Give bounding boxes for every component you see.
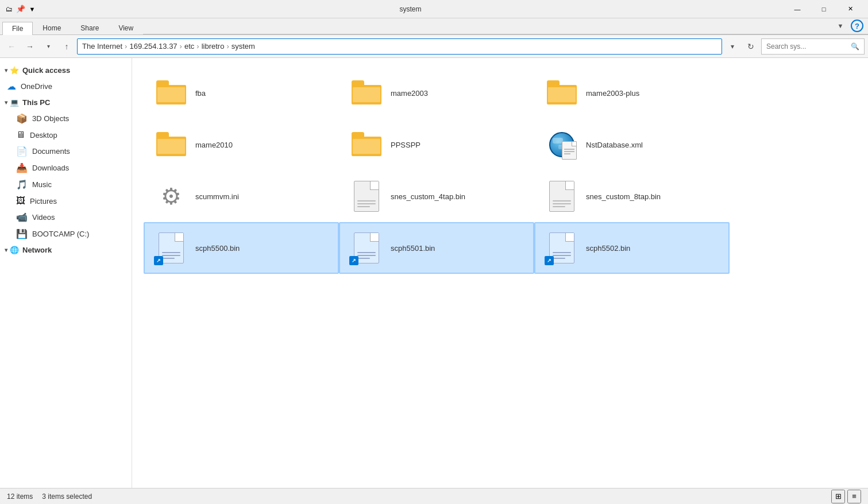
ini-icon-scummvm: ⚙ <box>154 179 188 214</box>
file-name-scph5501: scph5501.bin <box>391 244 435 253</box>
sidebar-item-documents[interactable]: 📄 Documents <box>0 143 132 160</box>
sidebar-item-onedrive[interactable]: ☁ OneDrive <box>0 78 132 95</box>
up-button[interactable]: ↑ <box>59 38 75 55</box>
file-item-mame2010[interactable]: mame2010 <box>144 119 339 170</box>
app-icon: 🗂 <box>5 5 14 14</box>
file-item-snes4[interactable]: snes_custom_4tap.bin <box>339 170 534 222</box>
drive-bootcamp-icon: 💾 <box>16 228 28 239</box>
file-item-nstdatabase[interactable]: NstDatabase.xml <box>534 119 730 170</box>
quick-access-icon[interactable]: ▼ <box>28 5 37 14</box>
breadcrumb-libretro[interactable]: libretro <box>202 42 225 51</box>
sidebar-item-downloads[interactable]: 📥 Downloads <box>0 160 132 176</box>
address-chevron-button[interactable]: ▾ <box>724 38 740 55</box>
file-item-fba[interactable]: fba <box>144 67 339 119</box>
grid-view-button[interactable]: ⊞ <box>831 490 845 503</box>
file-name-scph5500: scph5500.bin <box>195 244 240 253</box>
window-title: system <box>37 5 784 13</box>
title-bar-icons: 🗂 📌 ▼ <box>5 5 37 14</box>
folder-desktop-icon: 🖥 <box>16 130 25 140</box>
sidebar-item-desktop[interactable]: 🖥 Desktop <box>0 127 132 143</box>
file-item-scph5500[interactable]: ↗ scph5500.bin <box>144 222 339 274</box>
pin-icon[interactable]: 📌 <box>16 5 25 14</box>
sidebar-label-downloads: Downloads <box>32 164 69 172</box>
sidebar: ▾ ⭐ Quick access ☁ OneDrive ▾ 💻 This PC … <box>0 58 132 488</box>
file-item-mame2003[interactable]: mame2003 <box>339 67 534 119</box>
address-bar[interactable]: The Internet › 169.254.13.37 › etc › lib… <box>77 38 722 55</box>
tab-home[interactable]: Home <box>33 21 71 34</box>
breadcrumb-etc[interactable]: etc <box>184 42 194 51</box>
file-name-scummvm: scummvm.ini <box>195 192 239 201</box>
sidebar-label-this-pc: This PC <box>22 98 50 107</box>
items-count: 12 items <box>7 493 33 501</box>
sidebar-item-videos[interactable]: 📹 Videos <box>0 209 132 226</box>
close-button[interactable]: ✕ <box>837 0 863 18</box>
folder-videos-icon: 📹 <box>16 212 28 223</box>
folder-icon-mame2010 <box>154 127 188 162</box>
file-item-ppsspp[interactable]: PPSSPP <box>339 119 534 170</box>
folder-icon-ppsspp <box>349 127 384 162</box>
file-name-ppsspp: PPSSPP <box>391 141 421 149</box>
maximize-button[interactable]: □ <box>811 0 837 18</box>
ribbon-chevron-down[interactable]: ▼ <box>832 18 848 34</box>
address-row: ← → ▾ ↑ The Internet › 169.254.13.37 › e… <box>0 35 868 58</box>
tab-file[interactable]: File <box>2 22 33 35</box>
file-name-snes4: snes_custom_4tap.bin <box>391 192 465 201</box>
sidebar-item-3d-objects[interactable]: 📦 3D Objects <box>0 110 132 127</box>
status-bar-right: ⊞ ≡ <box>831 490 861 503</box>
sidebar-section-network[interactable]: ▾ 🌐 Network <box>0 242 132 258</box>
sidebar-item-music[interactable]: 🎵 Music <box>0 176 132 193</box>
onedrive-icon: ☁ <box>7 81 16 92</box>
sidebar-label-pictures: Pictures <box>30 197 57 206</box>
folder-music-icon: 🎵 <box>16 179 28 190</box>
folder-downloads-icon: 📥 <box>16 162 28 173</box>
search-input[interactable] <box>766 42 841 51</box>
file-name-mame2003: mame2003 <box>391 89 428 98</box>
file-item-scummvm[interactable]: ⚙ scummvm.ini <box>144 170 339 222</box>
sidebar-label-quick-access: Quick access <box>22 66 70 75</box>
title-bar: 🗂 📌 ▼ system — □ ✕ <box>0 0 868 18</box>
list-view-button[interactable]: ≡ <box>847 490 861 503</box>
sidebar-item-pictures[interactable]: 🖼 Pictures <box>0 193 132 209</box>
sidebar-label-desktop: Desktop <box>30 131 57 139</box>
recent-locations-button[interactable]: ▾ <box>40 38 56 55</box>
sidebar-label-bootcamp: BOOTCAMP (C:) <box>32 230 89 238</box>
file-item-scph5501[interactable]: ↗ scph5501.bin <box>339 222 534 274</box>
bin-icon-snes4 <box>349 179 384 214</box>
file-name-mame2010: mame2010 <box>195 141 233 149</box>
folder-icon-mame2003 <box>349 76 384 110</box>
file-item-mame2003-plus[interactable]: mame2003-plus <box>534 67 730 119</box>
breadcrumb-system[interactable]: system <box>232 42 255 51</box>
tab-view[interactable]: View <box>109 21 143 34</box>
content-area: fba mame2003 <box>132 58 868 488</box>
file-name-scph5502: scph5502.bin <box>586 244 630 253</box>
sidebar-label-music: Music <box>32 180 52 189</box>
sidebar-section-this-pc[interactable]: ▾ 💻 This PC <box>0 95 132 110</box>
bin-icon-scph5502: ↗ <box>545 231 579 265</box>
file-name-mame2003-plus: mame2003-plus <box>586 89 639 98</box>
file-item-snes8[interactable]: snes_custom_8tap.bin <box>534 170 730 222</box>
back-button[interactable]: ← <box>3 38 20 55</box>
sidebar-label-3d-objects: 3D Objects <box>32 114 69 123</box>
refresh-button[interactable]: ↻ <box>743 38 759 55</box>
file-name-fba: fba <box>195 89 206 98</box>
sidebar-section-quick-access[interactable]: ▾ ⭐ Quick access <box>0 63 132 78</box>
chevron-icon-network: ▾ <box>5 247 7 253</box>
thispc-icon: 💻 <box>10 98 19 107</box>
status-bar: 12 items 3 items selected ⊞ ≡ <box>0 488 868 504</box>
forward-button[interactable]: → <box>22 38 38 55</box>
status-bar-left: 12 items 3 items selected <box>7 493 92 501</box>
breadcrumb-ip[interactable]: 169.254.13.37 <box>129 42 177 51</box>
folder-pictures-icon: 🖼 <box>16 196 25 206</box>
minimize-button[interactable]: — <box>784 0 811 18</box>
chevron-icon: ▾ <box>5 67 7 73</box>
sidebar-item-bootcamp[interactable]: 💾 BOOTCAMP (C:) <box>0 226 132 242</box>
search-box[interactable]: 🔍 <box>761 38 865 55</box>
tab-share[interactable]: Share <box>71 21 109 34</box>
folder-documents-icon: 📄 <box>16 146 28 157</box>
star-icon: ⭐ <box>10 66 19 75</box>
folder-icon-mame2003-plus <box>545 76 579 110</box>
help-button[interactable]: ? <box>851 20 863 32</box>
ribbon-tabs: File Home Share View ▼ ? <box>0 18 868 34</box>
file-item-scph5502[interactable]: ↗ scph5502.bin <box>534 222 730 274</box>
breadcrumb-the-internet[interactable]: The Internet <box>82 42 122 51</box>
